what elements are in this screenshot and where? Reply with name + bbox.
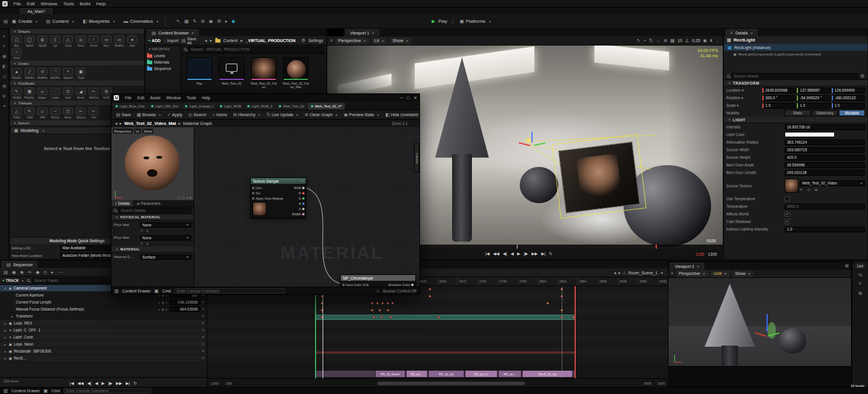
toolbar-mode-icon-7[interactable]: ◈: [232, 19, 235, 24]
transform-section-header[interactable]: ▼TRANSFORM: [724, 80, 867, 86]
output-pin[interactable]: [302, 208, 304, 210]
track-row-rectangle-3bf2b30e[interactable]: ▸▣Rectangle_3BF2B30E+: [0, 348, 206, 355]
play-button[interactable]: Play: [438, 19, 447, 24]
phys-action-icons[interactable]: ↻ ◎: [111, 229, 194, 233]
home-icon[interactable]: ⌂: [623, 270, 626, 276]
value-input[interactable]: 163.060715: [785, 147, 865, 153]
axis-z-input[interactable]: 1.0: [832, 103, 865, 109]
viewport-tool-11[interactable]: ⋮: [715, 38, 720, 43]
tab-viewport1[interactable]: Viewport 1 ✕: [345, 29, 379, 36]
instance-row[interactable]: ▦ RectLight (Instance): [724, 44, 867, 51]
transport-viewport-transport-0[interactable]: |◀: [485, 252, 489, 256]
asset-web-test-02[interactable]: Web_Test_02: [218, 57, 245, 85]
value-input[interactable]: 420.0: [785, 155, 865, 161]
playback-range-start[interactable]: [315, 286, 316, 378]
transport-viewport-transport-3[interactable]: ◀: [510, 252, 513, 256]
editor-mode-icon-1[interactable]: ✎: [3, 44, 6, 49]
gear-icon[interactable]: ⚙: [860, 74, 864, 79]
sequencer-toolbar-icon-2[interactable]: ◈: [20, 270, 24, 275]
tab-material-parameters[interactable]: ⊞Parameters: [133, 200, 164, 207]
toolbar-create-button[interactable]: ▣Create▼: [8, 19, 43, 24]
axis-z-input[interactable]: 126.699999: [832, 88, 865, 93]
tool-mshcut[interactable]: ✂MshCut: [88, 88, 100, 99]
console-input[interactable]: [174, 288, 285, 294]
track-row-transform[interactable]: ▸Transform+: [0, 313, 206, 320]
mobility-static[interactable]: Static: [785, 110, 811, 116]
palette-side-tab[interactable]: Palette: [414, 144, 419, 173]
viewport-tool-6[interactable]: 10: [678, 39, 682, 43]
node-header[interactable]: Texture Sample▼: [251, 178, 306, 184]
sphere-mesh[interactable]: [779, 328, 806, 354]
add-section-icon[interactable]: +: [202, 335, 204, 339]
settings-button[interactable]: Settings: [309, 39, 323, 43]
gizmo-y-axis[interactable]: [534, 142, 545, 146]
toolbar-cinematics-button[interactable]: ▬Cinematics▼: [120, 19, 163, 24]
editor-mode-icon-3[interactable]: ◧: [2, 64, 6, 69]
tool-pathext[interactable]: ╱PathExt: [23, 68, 36, 79]
gizmo-y-axis[interactable]: [768, 333, 779, 337]
viewport-tool-5[interactable]: ▦: [670, 38, 675, 43]
node-output-a[interactable]: A: [299, 206, 304, 211]
input-pin[interactable]: [252, 197, 254, 200]
playback-range-end[interactable]: [575, 286, 576, 378]
node-output-b[interactable]: B: [299, 201, 304, 206]
transport-viewport-transport-1[interactable]: ◀◀: [493, 252, 499, 256]
keyframe-row-7[interactable]: [207, 335, 668, 342]
editor-mode-icon-7[interactable]: ✦: [3, 104, 6, 109]
sphere-mesh-small[interactable]: [520, 167, 558, 203]
modeling-section-shapes[interactable]: ▼Shapes: [10, 29, 144, 34]
menu-window[interactable]: Window: [38, 1, 60, 6]
expander-icon[interactable]: ▸: [4, 336, 7, 339]
sequencer-toolbar-icon-6[interactable]: ▸: [51, 270, 54, 275]
asset-action-icons[interactable]: ↻ ◎ ⊞: [800, 187, 865, 191]
value-input[interactable]: 1.0: [785, 226, 865, 232]
phys-dropdown[interactable]: None▼: [140, 235, 191, 240]
editor-mode-icon-6[interactable]: ⊞: [3, 94, 6, 99]
viewport-tool-2[interactable]: ↻: [649, 38, 653, 43]
chromakeyer-node[interactable]: MF_Chromakeyer Input Color (V3) Emissive…: [340, 274, 416, 287]
keyframe[interactable]: [372, 316, 375, 319]
checkbox[interactable]: ✓: [785, 219, 790, 224]
material-tab-light-rgb-2[interactable]: Light_RGB_2: [244, 103, 275, 110]
tool-bevel[interactable]: ◢Bevel: [75, 88, 87, 99]
breadcrumb-leaf[interactable]: _VIRTUAL_PRODUCTION: [246, 39, 295, 43]
pedestal-mesh[interactable]: [452, 154, 472, 242]
asset-play[interactable]: Play: [186, 57, 213, 85]
sequencer-toolbar-icon-0[interactable]: ▤: [4, 270, 8, 275]
tool-circle[interactable]: ○Circle: [10, 48, 23, 60]
search-icon[interactable]: [859, 273, 862, 276]
transport-sequencer-transport-8[interactable]: ↻: [134, 381, 137, 386]
add-section-icon[interactable]: +: [202, 307, 204, 311]
shot-r5-an-t-t[interactable]: R5_an_t-t: [465, 371, 497, 377]
minimize-icon[interactable]: ─: [400, 96, 403, 100]
grid-icon[interactable]: ⊞: [845, 263, 849, 269]
output-pin[interactable]: [302, 197, 304, 200]
node-output-rgba[interactable]: RGBA: [292, 211, 304, 217]
viewport-tool-4[interactable]: ⊕: [663, 38, 667, 43]
scrubber-playhead[interactable]: [517, 245, 517, 249]
play-icon[interactable]: ▶: [432, 19, 435, 24]
save-icon[interactable]: ▤: [4, 19, 8, 24]
source-control-status[interactable]: Source Control Off: [383, 289, 416, 293]
add-section-icon[interactable]: +: [202, 300, 204, 304]
node-input-tex[interactable]: Tex: [251, 190, 306, 196]
output-pin[interactable]: [302, 192, 304, 194]
node-output-r[interactable]: R: [299, 190, 304, 196]
asset-dropdown[interactable]: Web_Test_02_Video▼: [800, 180, 865, 186]
component-row[interactable]: ▣ RectLightComponent0 (LightComponent0) …: [724, 51, 867, 57]
axis-x-input[interactable]: 2645.820068: [762, 88, 796, 93]
keyframe[interactable]: [380, 316, 383, 319]
toolbar-content-button[interactable]: ▤Content▼: [42, 19, 79, 24]
value-input[interactable]: 6500.0: [785, 204, 865, 210]
breadcrumb-asset[interactable]: Web_Test_02_Video_Mat: [124, 121, 176, 126]
editor-mode-icon-5[interactable]: ▤: [2, 84, 6, 89]
maximize-icon[interactable]: □: [407, 96, 410, 100]
viewport-tool-8[interactable]: 0.25: [692, 39, 700, 43]
import-button[interactable]: ↓Import: [163, 38, 178, 43]
expander-icon[interactable]: ▸: [4, 350, 7, 353]
tool-hfill[interactable]: ◇HFill: [36, 107, 48, 119]
favorite-materials[interactable]: Materials: [147, 59, 179, 65]
add-section-icon[interactable]: +: [202, 314, 204, 318]
axis-x-input[interactable]: 395.0 °: [762, 95, 796, 101]
node-output-g[interactable]: G: [299, 196, 304, 201]
